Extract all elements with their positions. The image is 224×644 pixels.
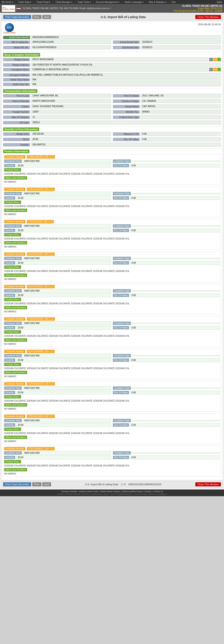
vessel-name-row: Vessel Name CAP JERVIS bbox=[113, 104, 221, 108]
print-button-bottom[interactable]: Print Trade Record(s) bbox=[3, 482, 31, 486]
hs-code-label: HS Code bbox=[3, 121, 30, 124]
prev-button-top[interactable]: Prev. bbox=[32, 15, 41, 19]
product-desc-label-5: Product Desc. bbox=[4, 330, 21, 334]
container-size-label-3: Container Size bbox=[4, 257, 22, 260]
trade-data-nav[interactable]: Trade Data ▾ bbox=[18, 1, 31, 3]
marks-text-8: NO MARKS bbox=[4, 440, 220, 443]
container-item-2: Container Number FCIU5275128 ( 2B / L / … bbox=[3, 219, 221, 250]
top-navigation: My Home ▾ | Trade Data ▾ | Trade Portal … bbox=[0, 0, 224, 4]
close-button-top[interactable]: Close This Window bbox=[195, 15, 221, 19]
gtc-logo-box: GTCGLOBAL TRADE bbox=[2, 5, 15, 12]
next-button-top[interactable]: Next bbox=[42, 15, 51, 19]
time-range: Time Range Accessible (LDR) : 200712 - 2… bbox=[173, 10, 222, 12]
container-type-value-7 bbox=[132, 388, 220, 389]
quantity-label-3: Quantity bbox=[4, 261, 15, 264]
gtc-globe-icon: GTC bbox=[5, 23, 14, 32]
notify-party-row: Notify Party Name N/A bbox=[3, 78, 221, 82]
shipper-address-row: Shipper Address 100 FORESTER ST NORTH VA… bbox=[3, 63, 221, 67]
country-origin-value: CA: CANADA bbox=[141, 99, 221, 103]
main-content: GTC GLOBAL TRADE 2019-09-06 15:49:10 Glo… bbox=[1, 21, 223, 480]
container-number-label-3: Container Number bbox=[4, 252, 25, 256]
marks-text-9: NO MARKS bbox=[4, 472, 220, 476]
hs-code-row: HS Code 282511 bbox=[3, 120, 221, 124]
header-company-info: GLOBAL TRADE ONLINE LIMITED | Tel: 400-7… bbox=[23, 7, 111, 10]
product-info-header: Product Information bbox=[3, 150, 29, 153]
product-desc-label-8: Product Desc. bbox=[4, 428, 21, 431]
product-desc-label-7: Product Desc. bbox=[4, 395, 21, 398]
measure-cft-value: 0.00 bbox=[141, 132, 221, 136]
marks-text-3: NO MARKS bbox=[4, 278, 220, 281]
est-cif-label-9: Est. Cif Value bbox=[113, 456, 129, 459]
close-button-bottom[interactable]: Close This Window bbox=[195, 482, 221, 486]
est-cif-label-8: Est. Cif Value bbox=[113, 423, 129, 427]
consignee-search-btn[interactable]: 🔍 bbox=[209, 68, 213, 71]
shipper-star-btn[interactable]: ★ bbox=[213, 58, 217, 61]
switch-language-nav[interactable]: Switch Language ▾ bbox=[125, 1, 144, 3]
trade-tools-nav[interactable]: Trade Tools ▾ bbox=[77, 1, 91, 3]
container-number-label-2: Container Number bbox=[4, 220, 25, 224]
product-desc-text-5: SODIUM CHLORATE SODIUM CHLORATE SODIUM C… bbox=[4, 334, 220, 338]
gtc-logo-text: GTCGLOBAL TRADE bbox=[2, 7, 15, 10]
product-desc-text-1: SODIUM CHLORATE SODIUM CHLORATE SODIUM C… bbox=[4, 204, 220, 208]
print-button-top[interactable]: Print Trade Record(s) bbox=[3, 15, 31, 19]
trade-portal-nav[interactable]: Trade Portal ▾ bbox=[36, 1, 50, 3]
footer-company-website[interactable]: Company Website bbox=[61, 490, 77, 492]
exit-nav[interactable]: Exit bbox=[172, 1, 176, 3]
est-cif-label-4: Est. Cif Value bbox=[113, 294, 129, 297]
container-item-1: Container Number HLXU3139373 ( 2B / L / … bbox=[3, 186, 221, 217]
shipper-name-label: Shipper Name bbox=[3, 58, 30, 61]
footer-global-customs[interactable]: Global Customs Data bbox=[79, 490, 98, 492]
container-size-value-8: 4000*1001*900 bbox=[23, 418, 111, 422]
transportation-header: Transportation Information bbox=[3, 89, 37, 93]
quantity-label-1: Quantity bbox=[4, 196, 15, 200]
container-type-value-6 bbox=[132, 355, 220, 356]
container-size-label-5: Container Size bbox=[4, 322, 22, 325]
footer-global-buyers[interactable]: Global Qualified Buyers bbox=[122, 490, 143, 492]
trade-manager-nav[interactable]: Trade Manager ▾ bbox=[55, 1, 72, 3]
footer-contact[interactable]: Contact Us bbox=[153, 490, 163, 492]
marks-label-0: Marks and Numbers bbox=[4, 176, 27, 180]
buyer-supplier-header: Buyer & Supplier Information bbox=[3, 53, 40, 56]
prev-button-bottom[interactable]: Prev. bbox=[32, 482, 41, 486]
help-statistics-nav[interactable]: Help & Statistics ▾ bbox=[149, 1, 167, 3]
marks-text-7: NO MARKS bbox=[4, 407, 220, 410]
account-management-nav[interactable]: Account Management ▾ bbox=[96, 1, 120, 3]
container-type-label-0: Container Type bbox=[113, 160, 131, 163]
product-desc-label-1: Product Desc. bbox=[4, 200, 21, 204]
container-number-value-7: TGHU0530159 ( 2B / L / ) bbox=[27, 382, 55, 386]
teus-value: 20.00 bbox=[31, 137, 111, 141]
container-type-label-4: Container Type bbox=[113, 289, 131, 292]
divider-2 bbox=[3, 88, 221, 88]
shipper-search-btn[interactable]: 🔍 bbox=[209, 58, 213, 61]
footer: Company Website | Global Customs Data | … bbox=[0, 490, 224, 496]
next-button-bottom[interactable]: Next bbox=[42, 482, 51, 486]
container-number-label-4: Container Number bbox=[4, 285, 25, 288]
footer-global-market[interactable]: Global Market Analysis bbox=[100, 490, 120, 492]
product-desc-text-3: SODIUM CHLORATE SODIUM CHLORATE SODIUM C… bbox=[4, 270, 220, 273]
quantity-value: 200.00(PCS) bbox=[31, 143, 221, 147]
home-nav[interactable]: My Home ▾ bbox=[2, 1, 13, 3]
shipper-name-value: ERCO WORLDWIDE bbox=[31, 58, 208, 62]
container-size-value-0: 4000*1001*900 bbox=[23, 159, 111, 163]
est-cif-value-5: 0.00 bbox=[130, 326, 220, 330]
container-type-value-9 bbox=[132, 452, 220, 454]
consignee-house-btn[interactable]: ⌂ bbox=[217, 68, 221, 71]
consignee-star-btn[interactable]: ★ bbox=[213, 68, 217, 71]
est-cif-value-6: 0.00 bbox=[130, 358, 220, 362]
buyer-supplier-section: Buyer & Supplier Information Shipper Nam… bbox=[3, 53, 221, 86]
container-number-value-2: FCIU5275128 ( 2B / L / ) bbox=[27, 220, 54, 224]
measure-cft-label: Measure in Cft bbox=[113, 132, 140, 136]
marks-text-0: NO MARKS bbox=[4, 180, 220, 184]
container-size-value-4: 4000*1001*900 bbox=[23, 289, 111, 293]
shipper-house-btn[interactable]: ⌂ bbox=[217, 58, 221, 61]
bottom-page-number: 1 / 5 bbox=[121, 483, 126, 486]
consignee-name-value: COMERCIAL E INDUSTRIAL ERCO bbox=[31, 68, 208, 72]
container-type-value-4 bbox=[132, 290, 220, 292]
footer-copyright: GLOBAL TRADE ONLINE LIMITED is authorize… bbox=[2, 493, 222, 495]
weight-row: Weight (KG) 230,520.00 bbox=[3, 132, 111, 136]
est-cif-label-7: Est. Cif Value bbox=[113, 391, 129, 394]
vessel-name-label: Vessel Name bbox=[113, 105, 140, 108]
consignee-name-label: Consignee Name bbox=[3, 68, 30, 71]
footer-enquiry[interactable]: Enquiry bbox=[145, 490, 152, 492]
est-cif-label-6: Est. Cif Value bbox=[113, 358, 129, 362]
